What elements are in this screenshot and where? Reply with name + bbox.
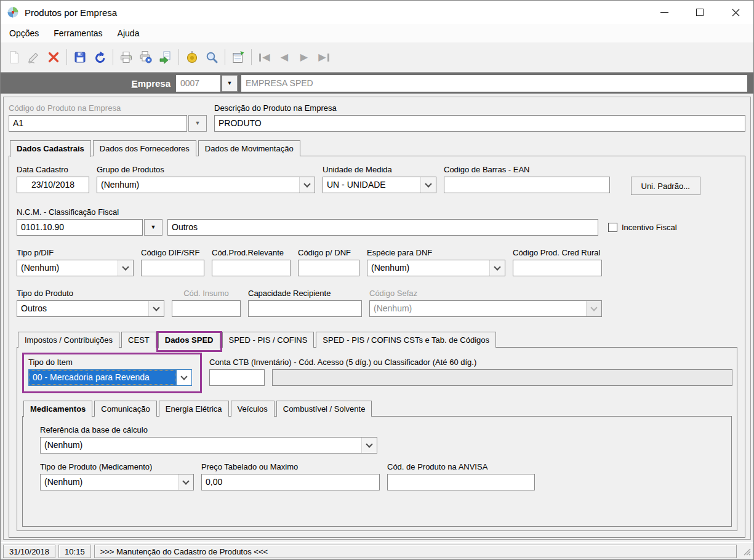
ncm-dropdown-button[interactable]: ▼ — [144, 219, 162, 236]
new-button[interactable] — [4, 47, 24, 67]
status-date: 31/10/2018 — [3, 545, 55, 558]
delete-button[interactable] — [44, 47, 63, 67]
properties-button[interactable] — [228, 47, 248, 67]
codigo-barras-field[interactable] — [444, 177, 610, 193]
toolbar-separator — [66, 49, 67, 65]
tab-impostos-contribuicoes[interactable]: Impostos / Contribuições — [18, 332, 119, 348]
minimize-button[interactable] — [646, 1, 682, 24]
cod-prod-relevante-field[interactable] — [212, 260, 291, 276]
tab-cest[interactable]: CEST — [121, 332, 156, 348]
empresa-band: Empresa 0007 ▼ EMPRESA SPED — [1, 72, 753, 94]
codigo-dnf-field[interactable] — [298, 260, 359, 276]
tab-dados-cadastrais[interactable]: Dados Cadastrais — [10, 140, 91, 157]
row-ncm: N.C.M. - Classificação Fiscal 0101.10.90… — [17, 207, 737, 236]
combo-dropdown-button[interactable] — [489, 260, 505, 276]
especie-dnf-combo[interactable]: (Nenhum) — [367, 260, 505, 276]
save-button[interactable] — [70, 47, 90, 67]
medicamentos-panel: Referência da base de cálculo (Nenhum) T… — [22, 416, 732, 527]
close-icon — [732, 9, 740, 17]
menu-opcoes[interactable]: Opções — [9, 28, 39, 38]
sped-tabstrip: Impostos / Contribuições CEST Dados SPED… — [17, 332, 737, 348]
grupo-produtos-combo[interactable]: (Nenhum) — [97, 177, 315, 193]
menu-ajuda[interactable]: Ajuda — [118, 28, 140, 38]
menubar: Opções Ferramentas Ajuda — [1, 24, 753, 42]
combo-dropdown-button[interactable] — [118, 260, 133, 276]
cod-anvisa-field[interactable] — [387, 474, 535, 490]
cod-anvisa-label: Cód. de Produto na ANVISA — [387, 462, 535, 471]
print-config-button[interactable] — [136, 47, 156, 67]
combo-dropdown-button[interactable] — [148, 301, 164, 316]
conta-ctb-code-field[interactable] — [209, 369, 265, 386]
cod-prod-relevante-label: Cód.Prod.Relevante — [212, 248, 291, 257]
referencia-base-label: Referência da base de cálculo — [40, 425, 724, 434]
tab-dados-sped[interactable]: Dados SPED — [158, 332, 220, 348]
combo-dropdown-button[interactable] — [361, 438, 377, 453]
toolbar-separator — [113, 49, 113, 65]
preco-tabelado-label: Preço Tabelado ou Maximo — [201, 462, 380, 471]
empresa-name-field[interactable]: EMPRESA SPED — [241, 75, 747, 92]
tab-energia-eletrica[interactable]: Energia Elétrica — [159, 401, 229, 417]
process-button[interactable] — [182, 47, 202, 67]
tab-veiculos[interactable]: Veículos — [231, 401, 275, 417]
product-code-field[interactable]: A1 — [9, 115, 187, 132]
uni-padrao-button[interactable]: Uni. Padrão... — [631, 177, 701, 195]
resize-grip[interactable] — [742, 547, 751, 556]
row-medicamento-detalhes: Tipo de Produto (Medicamento) (Nenhum) P… — [40, 462, 724, 490]
incentivo-fiscal-label: Incentivo Fiscal — [622, 223, 677, 232]
tipo-dif-label: Tipo p/DIF — [17, 248, 134, 257]
data-cadastro-field[interactable]: 23/10/2018 — [17, 177, 89, 193]
edit-button[interactable] — [24, 47, 44, 67]
nav-last-button[interactable]: ▶ — [314, 47, 334, 67]
empresa-code-field[interactable]: 0007 — [176, 75, 220, 92]
product-description-field[interactable]: PRODUTO — [214, 115, 745, 132]
print-button[interactable] — [116, 47, 136, 67]
combo-dropdown-button[interactable] — [299, 177, 315, 193]
toolbar-separator — [225, 49, 225, 65]
conta-ctb-classificador-field — [272, 369, 732, 386]
unidade-medida-combo[interactable]: UN - UNIDADE — [323, 177, 436, 193]
tab-combustivel-solvente[interactable]: Combustível / Solvente — [276, 401, 372, 417]
codigo-dif-field[interactable] — [141, 260, 204, 276]
cod-insumo-field[interactable] — [172, 300, 241, 317]
tab-sped-pis-cofins-csts[interactable]: SPED - PIS / COFINS CSTs e Tab. de Códig… — [316, 332, 496, 348]
ncm-description-field[interactable]: Outros — [167, 219, 598, 236]
chevron-down-icon — [122, 263, 129, 270]
capacidade-recipiente-field[interactable] — [248, 300, 362, 317]
tab-sped-pis-cofins[interactable]: SPED - PIS / COFINS — [222, 332, 315, 348]
tipo-produto-medicamento-combo[interactable]: (Nenhum) — [40, 474, 194, 490]
codigo-dnf-label: Código p/ DNF — [298, 248, 359, 257]
nav-next-button[interactable]: ▶ — [294, 47, 314, 67]
combo-dropdown-button[interactable] — [176, 370, 191, 385]
maximize-button[interactable] — [682, 1, 718, 24]
referencia-base-combo[interactable]: (Nenhum) — [40, 437, 377, 454]
nav-previous-button[interactable]: ◀ — [275, 47, 294, 67]
toolbar: ◀ ◀ ▶ ▶ — [1, 42, 753, 72]
row-dif: Tipo p/DIF (Nenhum) Código DIF/SRF Cód.P… — [17, 248, 737, 276]
incentivo-fiscal-checkbox[interactable] — [608, 223, 617, 232]
undo-button[interactable] — [90, 47, 110, 67]
combo-dropdown-button[interactable] — [420, 177, 436, 193]
preco-tabelado-field[interactable]: 0,00 — [201, 474, 380, 490]
codigo-cred-rural-field[interactable] — [513, 260, 602, 276]
tipo-item-combo[interactable]: 00 - Mercadoria para Revenda — [28, 369, 192, 386]
tab-comunicacao[interactable]: Comunicação — [94, 401, 157, 417]
search-button[interactable] — [202, 47, 222, 67]
tab-dados-movimentacao[interactable]: Dados de Movimentação — [198, 140, 300, 156]
combo-dropdown-button[interactable] — [178, 474, 193, 490]
cod-insumo-label: Cód. Insumo — [172, 289, 241, 298]
close-button[interactable] — [718, 1, 753, 24]
window-title: Produtos por Empresa — [25, 7, 646, 18]
ncm-code-field[interactable]: 0101.10.90 — [17, 219, 143, 236]
product-code-dropdown-button[interactable]: ▼ — [188, 115, 207, 132]
empresa-dropdown-button[interactable]: ▼ — [222, 75, 238, 92]
app-logo-icon — [7, 6, 19, 18]
tipo-dif-combo[interactable]: (Nenhum) — [17, 260, 134, 276]
export-button[interactable] — [156, 47, 175, 67]
tab-medicamentos[interactable]: Medicamentos — [23, 401, 92, 417]
menu-ferramentas[interactable]: Ferramentas — [54, 28, 102, 38]
nav-first-button[interactable]: ◀ — [255, 47, 275, 67]
tipo-produto-combo[interactable]: Outros — [17, 300, 164, 317]
nav-previous-icon: ◀ — [281, 52, 288, 62]
capacidade-recipiente-label: Capacidade Recipiente — [248, 289, 362, 298]
tab-dados-fornecedores[interactable]: Dados dos Fornecedores — [93, 140, 196, 156]
